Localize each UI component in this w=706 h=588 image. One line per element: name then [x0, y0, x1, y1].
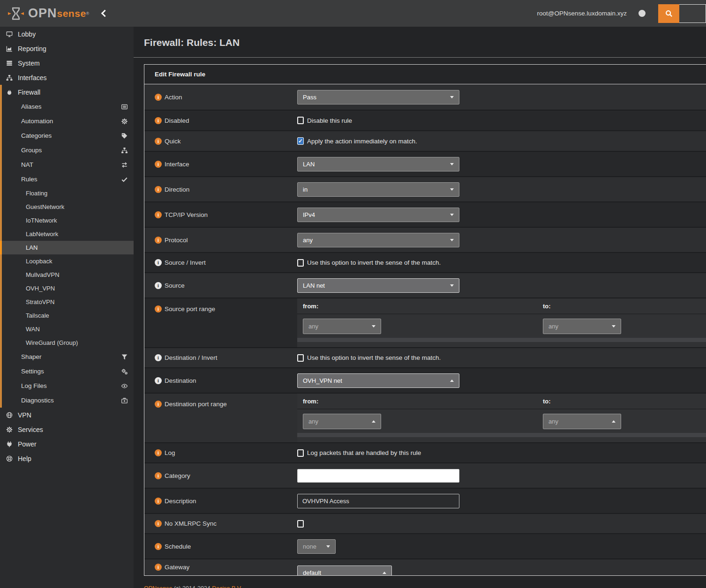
- sidebar-item-lobby[interactable]: Lobby: [0, 27, 134, 41]
- chevron-down-icon: [612, 325, 616, 327]
- sidebar-item-rules-ovh-vpn[interactable]: OVH_VPN: [2, 282, 134, 295]
- no-xmlrpc-sync-checkbox[interactable]: [297, 520, 304, 528]
- info-icon[interactable]: i: [155, 472, 162, 479]
- sidebar-item-firewall[interactable]: Firewall: [2, 85, 134, 99]
- quick-checkbox[interactable]: ✓: [297, 137, 304, 145]
- sidebar-item-rules-lan[interactable]: LAN: [2, 241, 134, 254]
- search-input[interactable]: [679, 4, 706, 23]
- destination-select[interactable]: OVH_VPN net: [297, 373, 459, 388]
- sidebar-firewall-section: Firewall Aliases Automation Categories G…: [0, 85, 134, 408]
- form-row-action: iAction Pass: [144, 84, 706, 110]
- sidebar-item-settings[interactable]: Settings: [2, 364, 134, 379]
- source-port-from-select[interactable]: any: [303, 319, 381, 334]
- source-invert-checkbox[interactable]: [297, 259, 304, 267]
- selected-value: any: [548, 418, 558, 425]
- form-row-destination-port-range: iDestination port range from: to: any an…: [144, 393, 706, 442]
- sidebar-item-rules-labnetwork[interactable]: LabNetwork: [2, 227, 134, 241]
- ip-version-select[interactable]: IPv4: [297, 208, 459, 222]
- brand-opn: OPN: [28, 6, 57, 21]
- form-row-category: iCategory: [144, 462, 706, 488]
- action-select[interactable]: Pass: [297, 90, 459, 104]
- info-icon[interactable]: i: [155, 498, 162, 505]
- destination-port-from-select[interactable]: any: [303, 414, 381, 429]
- info-icon[interactable]: i: [155, 186, 162, 193]
- sidebar-item-rules-guestnetwork[interactable]: GuestNetwork: [2, 200, 134, 214]
- interface-select[interactable]: LAN: [297, 157, 459, 171]
- filter-icon: [121, 354, 128, 360]
- sidebar-item-automation[interactable]: Automation: [2, 114, 134, 128]
- sidebar-item-services[interactable]: Services: [0, 422, 134, 437]
- sidebar-item-label: Power: [18, 440, 37, 448]
- sidebar-item-aliases[interactable]: Aliases: [2, 99, 134, 114]
- logged-in-user[interactable]: root@OPNsense.luxdomain.xyz: [537, 10, 627, 17]
- horizontal-scrollbar[interactable]: [297, 338, 706, 342]
- sidebar-item-diagnostics[interactable]: Diagnostics: [2, 393, 134, 408]
- info-icon[interactable]: i: [155, 520, 162, 527]
- monitor-icon: [6, 31, 13, 37]
- sidebar-item-help[interactable]: Help: [0, 451, 134, 466]
- info-icon[interactable]: i: [155, 449, 162, 456]
- opnsense-footer-link[interactable]: OPNsense: [144, 585, 172, 588]
- protocol-select[interactable]: any: [297, 233, 459, 247]
- deciso-footer-link[interactable]: Deciso B.V.: [212, 585, 242, 588]
- info-icon[interactable]: i: [155, 354, 162, 361]
- sidebar-item-rules-floating[interactable]: Floating: [2, 186, 134, 200]
- sidebar-item-label: IoTNetwork: [26, 217, 57, 224]
- sidebar-item-system[interactable]: System: [0, 56, 134, 70]
- checkbox-label: Use this option to invert the sense of t…: [307, 259, 441, 266]
- info-icon[interactable]: i: [155, 94, 162, 101]
- info-icon[interactable]: i: [155, 237, 162, 244]
- sidebar-item-rules-wan[interactable]: WAN: [2, 322, 134, 336]
- source-port-to-select[interactable]: any: [543, 319, 621, 334]
- opnsense-logo[interactable]: OPNsense®: [0, 6, 134, 21]
- sidebar-item-power[interactable]: Power: [0, 437, 134, 451]
- chevron-down-icon: [326, 545, 330, 548]
- info-icon[interactable]: i: [155, 305, 162, 313]
- search-button[interactable]: [658, 4, 679, 23]
- sidebar-item-label: Firewall: [18, 89, 40, 96]
- info-icon[interactable]: i: [155, 138, 162, 145]
- sidebar-item-interfaces[interactable]: Interfaces: [0, 70, 134, 85]
- gateway-select[interactable]: default: [297, 566, 392, 575]
- sidebar-item-rules-loopback[interactable]: Loopback: [2, 254, 134, 268]
- info-icon[interactable]: i: [155, 117, 162, 124]
- disabled-checkbox[interactable]: [297, 117, 304, 124]
- form-row-source-port-range: iSource port range from: to: any any: [144, 298, 706, 347]
- info-icon[interactable]: i: [155, 211, 162, 218]
- sidebar-item-rules-stratovpn[interactable]: StratoVPN: [2, 295, 134, 309]
- sidebar-item-reporting[interactable]: Reporting: [0, 41, 134, 56]
- log-checkbox[interactable]: [297, 449, 304, 457]
- info-icon[interactable]: i: [155, 161, 162, 168]
- destination-invert-checkbox[interactable]: [297, 354, 304, 362]
- destination-port-to-select[interactable]: any: [543, 414, 621, 429]
- sidebar-item-rules-iotnetwork[interactable]: IoTNetwork: [2, 214, 134, 227]
- eye-icon: [121, 383, 128, 389]
- info-icon[interactable]: i: [155, 564, 162, 571]
- info-icon[interactable]: i: [155, 282, 162, 289]
- sidebar-item-nat[interactable]: NAT: [2, 157, 134, 172]
- schedule-select[interactable]: none: [297, 539, 336, 554]
- sidebar-item-rules-wireguard-group[interactable]: WireGuard (Group): [2, 336, 134, 350]
- field-label: Protocol: [165, 237, 188, 244]
- horizontal-scrollbar[interactable]: [297, 433, 706, 437]
- gears-icon: [121, 368, 128, 375]
- info-icon[interactable]: i: [155, 377, 162, 384]
- sidebar-item-groups[interactable]: Groups: [2, 143, 134, 157]
- field-label: Schedule: [165, 543, 191, 550]
- category-input[interactable]: [297, 469, 459, 483]
- source-select[interactable]: LAN net: [297, 278, 459, 293]
- status-dot[interactable]: [638, 10, 646, 17]
- sidebar-item-log-files[interactable]: Log Files: [2, 379, 134, 393]
- direction-select[interactable]: in: [297, 182, 459, 197]
- sidebar-item-rules[interactable]: Rules: [2, 172, 134, 186]
- sidebar-collapse-icon[interactable]: [101, 10, 109, 17]
- info-icon[interactable]: i: [155, 259, 162, 266]
- info-icon[interactable]: i: [155, 543, 162, 550]
- sidebar-item-categories[interactable]: Categories: [2, 128, 134, 143]
- info-icon[interactable]: i: [155, 401, 162, 408]
- description-input[interactable]: [297, 494, 459, 508]
- sidebar-item-rules-tailscale[interactable]: Tailscale: [2, 309, 134, 322]
- sidebar-item-shaper[interactable]: Shaper: [2, 350, 134, 364]
- sidebar-item-rules-mullvadvpn[interactable]: MullvadVPN: [2, 268, 134, 282]
- sidebar-item-vpn[interactable]: VPN: [0, 408, 134, 422]
